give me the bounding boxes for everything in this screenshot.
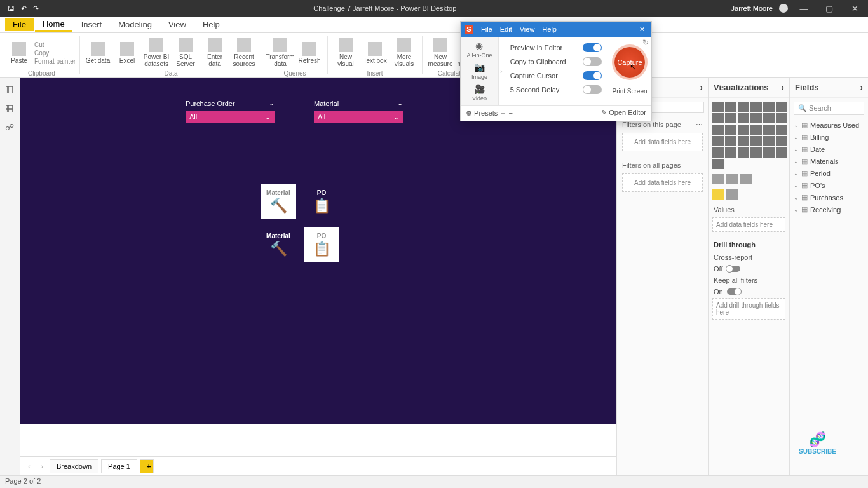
filters-page-dropzone[interactable]: Add data fields here bbox=[622, 133, 703, 151]
viz-icon[interactable] bbox=[776, 147, 787, 158]
format-painter-button[interactable]: Format painter bbox=[34, 58, 76, 65]
pbi-datasets-button[interactable]: Power BI datasets bbox=[142, 36, 170, 70]
viz-icon[interactable] bbox=[763, 102, 775, 112]
format-well-icon[interactable] bbox=[726, 189, 738, 200]
chevron-down-icon[interactable]: ⌄ bbox=[397, 99, 403, 107]
viz-icon[interactable] bbox=[750, 125, 762, 135]
tile-po-active[interactable]: PO📋 bbox=[304, 227, 339, 262]
model-view-icon[interactable]: ☍ bbox=[5, 122, 15, 132]
drill-through-dropzone[interactable]: Add drill-through fields here bbox=[712, 298, 785, 320]
field-table[interactable]: ⌄▦PO's bbox=[790, 179, 868, 191]
mode-video[interactable]: 🎥Video bbox=[472, 84, 487, 102]
redo-icon[interactable]: ↷ bbox=[33, 4, 39, 13]
get-data-button[interactable]: Get data bbox=[84, 36, 112, 70]
viz-icon[interactable] bbox=[763, 125, 775, 135]
menu-view[interactable]: View bbox=[520, 25, 535, 33]
refresh-button[interactable]: Refresh bbox=[295, 36, 323, 70]
tab-file[interactable]: File bbox=[5, 18, 34, 31]
viz-icon[interactable] bbox=[763, 113, 775, 123]
collapse-icon[interactable]: › bbox=[782, 83, 784, 92]
user-name[interactable]: Jarrett Moore bbox=[731, 4, 773, 12]
viz-icon[interactable] bbox=[776, 113, 787, 123]
slicer-material[interactable]: Material⌄ All⌄ bbox=[314, 98, 403, 123]
tile-material[interactable]: Material🔨 bbox=[261, 227, 296, 262]
viz-icon[interactable] bbox=[763, 136, 775, 146]
menu-help[interactable]: Help bbox=[542, 25, 557, 33]
report-canvas[interactable]: Purchase Order⌄ All⌄ Material⌄ All⌄ Mate… bbox=[20, 78, 616, 456]
paste-button[interactable]: Paste bbox=[8, 36, 31, 70]
more-icon[interactable]: ⋯ bbox=[696, 161, 703, 170]
viz-icon[interactable] bbox=[738, 147, 749, 158]
field-table[interactable]: ⌄▦Billing bbox=[790, 131, 868, 143]
viz-icon[interactable] bbox=[712, 147, 724, 158]
viz-icon[interactable] bbox=[750, 147, 762, 158]
enter-data-button[interactable]: Enter data bbox=[201, 36, 229, 70]
field-table[interactable]: ⌄▦Receiving bbox=[790, 203, 868, 215]
more-visuals-button[interactable]: More visuals bbox=[390, 36, 418, 70]
tile-po[interactable]: PO📋 bbox=[304, 184, 339, 219]
viz-icon[interactable] bbox=[738, 136, 749, 146]
analytics-tab-icon[interactable] bbox=[740, 174, 752, 184]
clipboard-toggle[interactable] bbox=[583, 57, 602, 66]
keep-filters-toggle[interactable] bbox=[727, 288, 741, 295]
chevron-down-icon[interactable]: ⌄ bbox=[393, 113, 399, 121]
capture-button[interactable]: Capture ↖ bbox=[614, 47, 645, 78]
cursor-toggle[interactable] bbox=[583, 71, 602, 80]
cut-button[interactable]: Cut bbox=[34, 41, 76, 48]
values-dropzone[interactable]: Add data fields here bbox=[712, 217, 785, 232]
chevron-down-icon[interactable]: ⌄ bbox=[269, 99, 275, 107]
viz-icon[interactable] bbox=[750, 136, 762, 146]
viz-more-icon[interactable] bbox=[712, 159, 724, 169]
field-table[interactable]: ⌄▦Measures Used bbox=[790, 119, 868, 131]
viz-icon[interactable] bbox=[750, 102, 762, 112]
mode-all-in-one[interactable]: ◉All-in-One bbox=[466, 41, 492, 58]
excel-button[interactable]: Excel bbox=[113, 36, 141, 70]
new-visual-button[interactable]: New visual bbox=[332, 36, 360, 70]
delay-toggle[interactable] bbox=[583, 85, 602, 94]
viz-icon[interactable] bbox=[763, 147, 775, 158]
viz-icon[interactable] bbox=[712, 136, 724, 146]
field-table[interactable]: ⌄▦Period bbox=[790, 167, 868, 179]
fields-search-input[interactable]: 🔍 Search bbox=[794, 102, 864, 115]
data-view-icon[interactable]: ▦ bbox=[5, 103, 15, 113]
new-measure-button[interactable]: New measure bbox=[426, 36, 454, 70]
tab-view[interactable]: View bbox=[161, 18, 194, 31]
format-tab-icon[interactable] bbox=[726, 174, 738, 184]
overlay-minimize-button[interactable]: — bbox=[617, 25, 628, 33]
expand-icon[interactable]: › bbox=[499, 37, 504, 105]
save-icon[interactable]: 🖫 bbox=[8, 4, 15, 13]
fields-tab-icon[interactable] bbox=[712, 174, 724, 184]
capture-tool-window[interactable]: S File Edit View Help — ✕ ◉All-in-One 📷I… bbox=[460, 21, 652, 121]
viz-icon[interactable] bbox=[776, 136, 787, 146]
undo-icon[interactable]: ↶ bbox=[21, 4, 27, 13]
viz-icon[interactable] bbox=[725, 125, 736, 135]
tab-breakdown[interactable]: Breakdown bbox=[50, 459, 98, 473]
transform-data-button[interactable]: Transform data bbox=[266, 36, 294, 70]
tab-insert[interactable]: Insert bbox=[74, 18, 110, 31]
maximize-button[interactable]: ▢ bbox=[820, 4, 839, 13]
viz-icon[interactable] bbox=[776, 125, 787, 135]
menu-file[interactable]: File bbox=[481, 25, 492, 33]
text-box-button[interactable]: Text box bbox=[361, 36, 389, 70]
cross-report-toggle[interactable] bbox=[726, 266, 740, 272]
tab-home[interactable]: Home bbox=[35, 17, 72, 32]
more-icon[interactable]: ⋯ bbox=[696, 121, 703, 129]
mode-image[interactable]: 📷Image bbox=[471, 62, 487, 80]
recent-sources-button[interactable]: Recent sources bbox=[230, 36, 258, 70]
viz-icon[interactable] bbox=[725, 136, 736, 146]
overlay-close-button[interactable]: ✕ bbox=[636, 25, 648, 34]
tile-material-active[interactable]: Material🔨 bbox=[261, 184, 296, 219]
viz-icon[interactable] bbox=[750, 113, 762, 123]
viz-icon[interactable] bbox=[725, 113, 736, 123]
minimize-button[interactable]: — bbox=[794, 4, 813, 13]
field-table[interactable]: ⌄▦Purchases bbox=[790, 191, 868, 203]
close-button[interactable]: ✕ bbox=[845, 4, 864, 13]
avatar[interactable] bbox=[779, 4, 788, 13]
print-screen-label[interactable]: Print Screen bbox=[612, 88, 647, 95]
add-page-button[interactable]: + bbox=[140, 459, 154, 473]
page-next-button[interactable]: › bbox=[37, 463, 47, 470]
open-editor-button[interactable]: ✎ Open Editor bbox=[601, 109, 646, 118]
viz-icon[interactable] bbox=[712, 102, 724, 112]
page-prev-button[interactable]: ‹ bbox=[24, 463, 34, 470]
reset-icon[interactable]: ↻ bbox=[642, 38, 649, 47]
